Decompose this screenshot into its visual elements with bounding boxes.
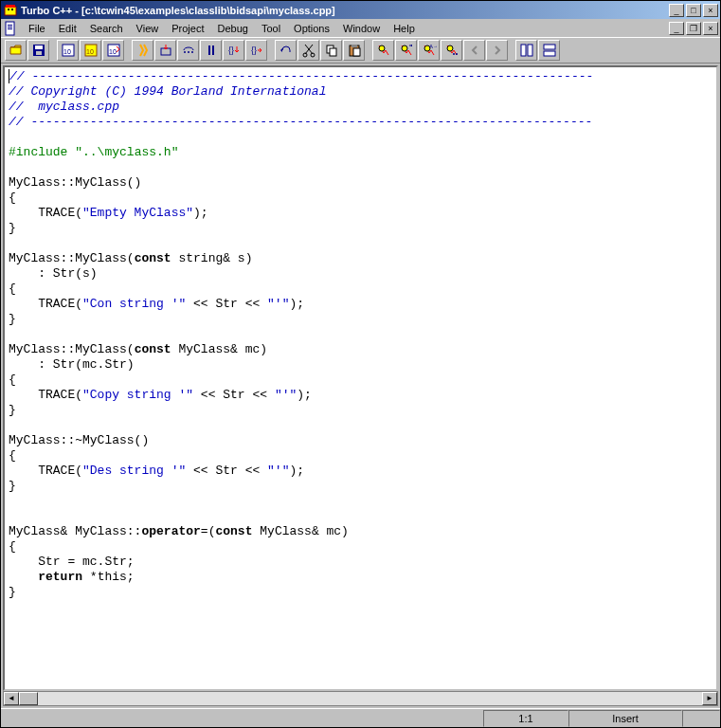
minimize-button[interactable]: _ bbox=[669, 4, 684, 17]
trace-into-icon[interactable]: {} bbox=[223, 40, 244, 61]
svg-rect-42 bbox=[544, 51, 555, 56]
toolbar: 10 10 10 {} {} A→B bbox=[1, 37, 720, 64]
maximize-button[interactable]: □ bbox=[686, 4, 701, 17]
paste-icon[interactable] bbox=[343, 40, 365, 61]
menu-debug[interactable]: Debug bbox=[210, 21, 254, 36]
svg-point-18 bbox=[184, 51, 186, 53]
scroll-left-icon[interactable]: ◄ bbox=[4, 692, 19, 705]
ide-window: Turbo C++ - [c:\tcwin45\examples\classli… bbox=[0, 0, 721, 728]
scroll-right-icon[interactable]: ► bbox=[702, 692, 717, 705]
menubar: File Edit Search View Project Debug Tool… bbox=[1, 19, 720, 37]
cut-icon[interactable] bbox=[297, 40, 319, 61]
menu-file[interactable]: File bbox=[22, 21, 52, 36]
svg-text:{}: {} bbox=[251, 46, 257, 55]
status-mode: Insert bbox=[568, 710, 682, 727]
step-out-icon[interactable] bbox=[154, 40, 176, 61]
menu-project[interactable]: Project bbox=[165, 21, 210, 36]
svg-rect-0 bbox=[5, 7, 16, 15]
copy-icon[interactable] bbox=[320, 40, 342, 61]
svg-point-37 bbox=[453, 53, 455, 55]
svg-rect-2 bbox=[8, 9, 9, 10]
mdi-restore-button[interactable]: ❐ bbox=[686, 22, 701, 35]
menu-options[interactable]: Options bbox=[287, 21, 336, 36]
svg-rect-9 bbox=[35, 46, 43, 49]
run-icon[interactable] bbox=[132, 40, 153, 61]
svg-rect-7 bbox=[8, 28, 12, 29]
status-position: 1:1 bbox=[483, 710, 568, 727]
find-icon[interactable] bbox=[372, 40, 394, 61]
open-file-icon[interactable] bbox=[5, 40, 27, 61]
title-text: Turbo C++ - [c:\tcwin45\examples\classli… bbox=[21, 5, 669, 16]
svg-rect-28 bbox=[330, 48, 336, 56]
menu-edit[interactable]: Edit bbox=[52, 21, 83, 36]
svg-rect-10 bbox=[36, 51, 42, 55]
svg-text:10: 10 bbox=[86, 48, 94, 55]
statusbar: 1:1 Insert bbox=[1, 708, 720, 727]
trace-over-icon[interactable]: {} bbox=[245, 40, 267, 61]
mdi-close-button[interactable]: × bbox=[703, 22, 718, 35]
mdi-window-controls: _ ❐ × bbox=[669, 22, 718, 35]
pause-icon[interactable] bbox=[200, 40, 222, 61]
svg-text:10: 10 bbox=[63, 48, 71, 55]
svg-rect-21 bbox=[208, 46, 210, 55]
svg-text:10: 10 bbox=[109, 48, 117, 55]
svg-point-38 bbox=[456, 53, 458, 55]
code-content[interactable]: // -------------------------------------… bbox=[5, 67, 716, 602]
cascade-icon[interactable] bbox=[538, 40, 560, 61]
svg-rect-1 bbox=[6, 5, 15, 8]
window-list-icon[interactable] bbox=[515, 40, 537, 61]
binary2-icon[interactable]: 10 bbox=[80, 40, 101, 61]
find-next-icon[interactable] bbox=[395, 40, 417, 61]
editor-area: // -------------------------------------… bbox=[1, 64, 720, 708]
svg-rect-3 bbox=[11, 9, 13, 10]
prev-result-icon[interactable] bbox=[463, 40, 485, 61]
svg-point-32 bbox=[379, 46, 385, 51]
menu-window[interactable]: Window bbox=[336, 21, 387, 36]
mdi-minimize-button[interactable]: _ bbox=[669, 22, 684, 35]
svg-rect-40 bbox=[528, 45, 532, 56]
save-file-icon[interactable] bbox=[27, 40, 49, 61]
svg-point-33 bbox=[402, 46, 407, 51]
svg-rect-5 bbox=[8, 25, 12, 26]
outer-window-controls: _ □ × bbox=[669, 4, 718, 17]
binary3-icon[interactable]: 10 bbox=[102, 40, 124, 61]
find-files-icon[interactable] bbox=[441, 40, 462, 61]
document-icon[interactable] bbox=[3, 21, 18, 36]
svg-point-19 bbox=[188, 51, 189, 53]
next-result-icon[interactable] bbox=[486, 40, 508, 61]
app-icon bbox=[3, 3, 18, 18]
svg-rect-39 bbox=[521, 45, 526, 56]
menu-search[interactable]: Search bbox=[83, 21, 130, 36]
code-editor[interactable]: // -------------------------------------… bbox=[3, 65, 718, 691]
svg-rect-6 bbox=[8, 27, 12, 27]
menu-help[interactable]: Help bbox=[387, 21, 422, 36]
close-button[interactable]: × bbox=[703, 4, 718, 17]
menu-view[interactable]: View bbox=[130, 21, 166, 36]
svg-text:A→B: A→B bbox=[429, 44, 437, 49]
svg-rect-41 bbox=[544, 45, 555, 49]
scroll-track[interactable] bbox=[19, 692, 702, 705]
horizontal-scrollbar[interactable]: ◄ ► bbox=[3, 691, 718, 706]
svg-rect-22 bbox=[212, 46, 214, 55]
scroll-thumb[interactable] bbox=[19, 692, 38, 705]
titlebar[interactable]: Turbo C++ - [c:\tcwin45\examples\classli… bbox=[1, 1, 720, 19]
svg-rect-31 bbox=[353, 48, 360, 56]
svg-point-20 bbox=[191, 51, 193, 53]
status-empty bbox=[682, 710, 720, 727]
replace-icon[interactable]: A→B bbox=[418, 40, 440, 61]
svg-point-36 bbox=[447, 46, 453, 51]
menu-tool[interactable]: Tool bbox=[255, 21, 287, 36]
binary1-icon[interactable]: 10 bbox=[57, 40, 79, 61]
undo-icon[interactable] bbox=[275, 40, 297, 61]
step-over-icon[interactable] bbox=[177, 40, 199, 61]
svg-text:{}: {} bbox=[228, 46, 234, 55]
svg-rect-30 bbox=[351, 45, 357, 47]
